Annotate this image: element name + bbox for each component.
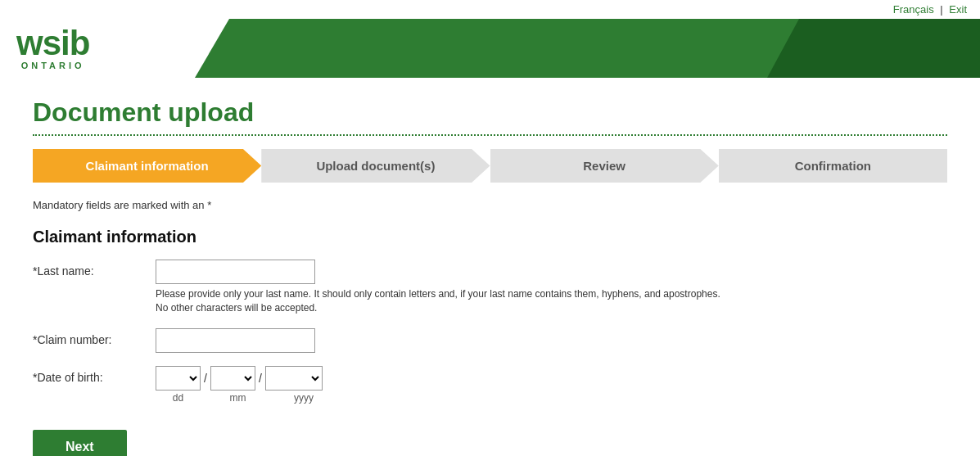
francais-link[interactable]: Français (893, 3, 934, 16)
dob-label: *Date of birth: (33, 366, 156, 384)
mandatory-note: Mandatory fields are marked with an * (33, 199, 947, 211)
main-content: Document upload Claimant information Upl… (0, 78, 980, 456)
step-confirmation[interactable]: Confirmation (719, 149, 947, 183)
dob-inputs: / / (156, 366, 332, 391)
dob-group: *Date of birth: / / dd (33, 366, 947, 404)
last-name-hint: Please provide only your last name. It s… (156, 287, 729, 315)
dob-sub-labels: dd mm yyyy (156, 392, 332, 404)
logo-wsib-text: wsib (16, 26, 89, 61)
page-title: Document upload (33, 97, 947, 128)
last-name-row: *Last name: (33, 260, 947, 284)
top-bar: Français | Exit (0, 0, 980, 19)
step-confirmation-label: Confirmation (795, 159, 871, 173)
step-claimant-info-label: Claimant information (86, 159, 209, 173)
last-name-input[interactable] (156, 260, 315, 284)
claim-number-label: *Claim number: (33, 328, 156, 346)
dob-sep-1: / (204, 372, 207, 385)
step-upload-docs-label: Upload document(s) (316, 159, 435, 173)
exit-link[interactable]: Exit (949, 3, 967, 16)
dob-year-select[interactable] (265, 366, 323, 391)
last-name-label: *Last name: (33, 260, 156, 278)
claim-number-group: *Claim number: (33, 328, 947, 353)
dob-mm-label: mm (215, 392, 260, 404)
dotted-divider (33, 134, 947, 136)
last-name-group: *Last name: Please provide only your las… (33, 260, 947, 315)
dob-sep-2: / (259, 372, 262, 385)
claim-number-row: *Claim number: (33, 328, 947, 353)
header-green-right (229, 19, 980, 78)
progress-steps: Claimant information Upload document(s) … (33, 149, 947, 183)
top-bar-separator: | (940, 3, 942, 16)
dob-yyyy-label: yyyy (275, 392, 332, 404)
dob-selects: / / dd mm yyyy (156, 366, 332, 404)
claim-number-input[interactable] (156, 328, 315, 353)
dob-day-select[interactable] (156, 366, 201, 391)
step-review-label: Review (583, 159, 625, 173)
step-review[interactable]: Review (490, 149, 719, 183)
claimant-info-heading: Claimant information (33, 228, 947, 246)
logo-ontario-text: ONTARIO (21, 61, 85, 70)
logo: wsib ONTARIO (16, 26, 89, 70)
dob-month-select[interactable] (210, 366, 255, 391)
next-button[interactable]: Next (33, 430, 127, 456)
dob-dd-label: dd (156, 392, 201, 404)
dob-row: *Date of birth: / / dd (33, 366, 947, 404)
step-upload-docs[interactable]: Upload document(s) (261, 149, 490, 183)
logo-section: wsib ONTARIO (0, 19, 229, 78)
step-claimant-info[interactable]: Claimant information (33, 149, 261, 183)
header-bar: wsib ONTARIO (0, 19, 980, 78)
